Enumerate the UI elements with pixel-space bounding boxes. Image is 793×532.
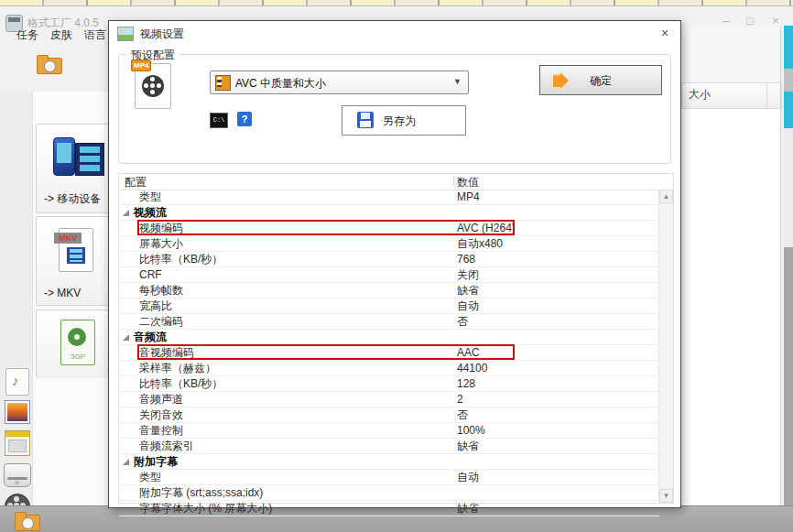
- table-row[interactable]: 字幕字体大小 (% 屏幕大小)缺省: [119, 501, 659, 516]
- table-row[interactable]: 采样率（赫兹）44100: [119, 361, 659, 376]
- expand-triangle-icon[interactable]: [123, 459, 129, 465]
- sidebar-item-label: -> MKV: [44, 287, 81, 299]
- row-label: 屏幕大小: [139, 236, 183, 251]
- row-label: 采样率（赫兹）: [139, 361, 216, 375]
- row-value: 自动: [457, 470, 479, 484]
- scroll-down-icon[interactable]: ▼: [659, 489, 673, 503]
- dialog-titlebar[interactable]: 视频设置 ×: [109, 21, 680, 45]
- row-label: 音频声道: [139, 392, 183, 407]
- edge-decoration: [784, 247, 793, 505]
- row-value: 44100: [457, 361, 487, 375]
- table-row[interactable]: 屏幕大小自动x480: [119, 236, 659, 252]
- save-as-label: 另存为: [383, 114, 416, 129]
- sidebar-item-mobile-device[interactable]: -> 移动设备: [36, 124, 115, 213]
- table-row[interactable]: 视频编码AVC (H264): [119, 221, 659, 236]
- table-group-row[interactable]: 视频流: [119, 205, 659, 221]
- table-row[interactable]: 每秒帧数缺省: [119, 283, 659, 299]
- sidebar-item-label: -> 移动设备: [44, 191, 101, 207]
- sidebar-item-mkv[interactable]: MKV -> MKV: [36, 216, 115, 306]
- row-value: 768: [457, 252, 475, 266]
- row-label: 视频编码: [139, 221, 183, 235]
- column-separator[interactable]: [453, 176, 454, 188]
- chevron-down-icon[interactable]: ▼: [453, 77, 462, 86]
- table-row[interactable]: 比特率（KB/秒）128: [119, 376, 659, 392]
- table-row[interactable]: CRF关闭: [119, 267, 659, 283]
- settings-table-body: 类型MP4视频流视频编码AVC (H264)屏幕大小自动x480比特率（KB/秒…: [119, 190, 659, 516]
- menu-language[interactable]: 语言: [84, 27, 106, 43]
- row-label: 附加字幕 (srt;ass;ssa;idx): [139, 485, 263, 500]
- scroll-up-icon[interactable]: ▲: [659, 190, 673, 203]
- conversion-sidebar: -> 移动设备 MKV -> MKV 3GP: [32, 92, 109, 505]
- table-row[interactable]: 关闭音效否: [119, 407, 659, 423]
- row-label: 二次编码: [139, 314, 183, 329]
- preset-dropdown[interactable]: AVC 中质量和大小 ▼: [210, 71, 469, 94]
- preset-dropdown-value: AVC 中质量和大小: [235, 76, 326, 92]
- audio-category-icon[interactable]: [5, 368, 29, 396]
- table-group-row[interactable]: 音频流: [119, 330, 659, 345]
- row-value: AAC: [457, 345, 480, 360]
- row-label: 音量控制: [139, 423, 183, 438]
- row-value: 缺省: [457, 501, 479, 516]
- menubar: 任务 皮肤 语言: [0, 27, 108, 46]
- command-line-icon[interactable]: C:\: [210, 113, 228, 128]
- table-row[interactable]: 二次编码否: [119, 314, 659, 330]
- edge-decoration: [784, 128, 793, 247]
- rom-device-icon[interactable]: [4, 463, 31, 487]
- document-category-icon[interactable]: [5, 430, 30, 456]
- row-label: 关闭音效: [139, 407, 183, 422]
- save-as-button[interactable]: 另存为: [342, 105, 466, 136]
- dialog-icon: [117, 27, 134, 41]
- row-value: 否: [457, 407, 468, 422]
- column-header-value[interactable]: 数值: [457, 175, 479, 190]
- table-row[interactable]: 比特率（KB/秒）768: [119, 252, 659, 267]
- 3gp-file-icon: 3GP: [60, 320, 95, 365]
- table-row[interactable]: 音量控制100%: [119, 423, 659, 439]
- row-label: 视频流: [134, 205, 167, 220]
- picture-category-icon[interactable]: [5, 400, 30, 424]
- table-group-row[interactable]: 附加字幕: [119, 454, 659, 470]
- row-value: 关闭: [457, 267, 479, 282]
- row-value: 100%: [457, 423, 485, 438]
- expand-triangle-icon[interactable]: [123, 210, 129, 216]
- output-folder-button[interactable]: 输出文件夹: [33, 51, 108, 82]
- table-row[interactable]: 类型MP4: [119, 190, 659, 205]
- filmstrip-icon: [75, 143, 104, 176]
- row-label: 音频流索引: [139, 439, 194, 453]
- row-label: 附加字幕: [134, 454, 178, 469]
- column-header-config[interactable]: 配置: [125, 175, 147, 190]
- table-row[interactable]: 附加字幕 (srt;ass;ssa;idx): [119, 485, 659, 501]
- sidebar-item-3gp[interactable]: 3GP: [36, 309, 115, 378]
- row-value: AVC (H264): [457, 221, 516, 235]
- table-row[interactable]: 宽高比自动: [119, 299, 659, 314]
- expand-triangle-icon[interactable]: [123, 334, 129, 341]
- size-column-header[interactable]: 大小: [681, 82, 774, 109]
- row-value: 自动: [457, 299, 479, 313]
- row-label: 音频流: [134, 330, 167, 344]
- row-value: 缺省: [457, 439, 479, 453]
- table-row[interactable]: 类型自动: [119, 470, 659, 485]
- table-row[interactable]: 音频流索引缺省: [119, 439, 659, 454]
- help-icon[interactable]: ?: [237, 112, 252, 126]
- edge-decoration: [784, 69, 793, 92]
- ok-button[interactable]: 确定: [539, 65, 662, 95]
- folder-icon: [15, 512, 33, 526]
- settings-table: 配置 数值 类型MP4视频流视频编码AVC (H264)屏幕大小自动x480比特…: [118, 173, 674, 504]
- row-label: 宽高比: [139, 299, 172, 313]
- menu-skin[interactable]: 皮肤: [50, 27, 72, 43]
- row-label: 字幕字体大小 (% 屏幕大小): [139, 501, 272, 516]
- background-window-strip: [0, 0, 793, 6]
- ok-button-label: 确定: [540, 73, 661, 89]
- row-value: 128: [457, 376, 475, 391]
- table-header: 配置 数值: [119, 174, 673, 190]
- dialog-title: 视频设置: [140, 27, 184, 42]
- row-label: 比特率（KB/秒）: [139, 252, 223, 266]
- phone-icon: [53, 137, 75, 176]
- table-row[interactable]: 音视频编码AAC: [119, 345, 659, 361]
- row-label: 比特率（KB/秒）: [139, 376, 223, 391]
- dialog-close-icon[interactable]: ×: [657, 26, 673, 42]
- vertical-scrollbar[interactable]: ▲ ▼: [658, 190, 673, 503]
- menu-tasks[interactable]: 任务: [16, 27, 38, 43]
- row-value: 自动x480: [457, 236, 503, 251]
- mkv-tag: MKV: [54, 233, 81, 244]
- table-row[interactable]: 音频声道2: [119, 392, 659, 407]
